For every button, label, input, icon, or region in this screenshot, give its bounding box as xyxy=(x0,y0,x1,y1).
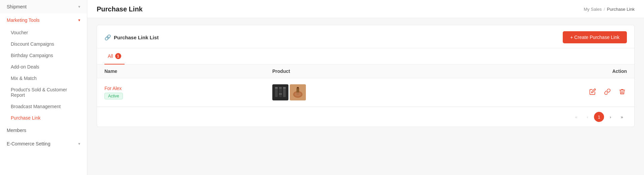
svg-rect-4 xyxy=(279,87,282,89)
svg-rect-2 xyxy=(275,87,278,89)
svg-text:●●●: ●●● xyxy=(279,93,282,95)
svg-rect-12 xyxy=(297,87,299,88)
chevron-down-icon: ▾ xyxy=(78,4,80,9)
tab-all-badge: 1 xyxy=(115,53,121,59)
svg-point-13 xyxy=(294,92,301,96)
row-name-cell: For Alex Active xyxy=(104,86,272,99)
status-badge: Active xyxy=(104,93,123,99)
card-title-text: Purchase Link List xyxy=(114,35,158,40)
create-purchase-link-button[interactable]: + Create Purchase Link xyxy=(563,31,627,43)
chevron-down-icon: ▾ xyxy=(78,141,80,146)
content-area: 🔗 Purchase Link List + Create Purchase L… xyxy=(87,18,644,134)
pagination-prev[interactable]: ‹ xyxy=(583,112,593,122)
col-header-name: Name xyxy=(104,69,272,74)
page-header: Purchase Link My Sales / Purchase Link xyxy=(87,0,644,18)
sidebar-item-purchase-link[interactable]: Purchase Link xyxy=(0,112,87,124)
pagination: « ‹ 1 › » xyxy=(97,107,634,127)
product-image-1: ●●● xyxy=(272,84,288,100)
sidebar-item-label: E-Commerce Setting xyxy=(7,141,50,146)
card-header: 🔗 Purchase Link List + Create Purchase L… xyxy=(97,25,634,48)
sidebar-item-members[interactable]: Members xyxy=(0,124,87,137)
delete-button[interactable] xyxy=(617,87,627,98)
sidebar-item-discount-campaigns[interactable]: Discount Campaigns xyxy=(0,38,87,50)
pagination-next[interactable]: › xyxy=(605,112,615,122)
link-icon: 🔗 xyxy=(104,34,111,41)
sidebar-item-label: Marketing Tools xyxy=(7,17,40,23)
breadcrumb-parent[interactable]: My Sales xyxy=(584,7,602,12)
marketing-tools-submenu: Voucher Discount Campaigns Birthday Camp… xyxy=(0,27,87,124)
purchase-link-card: 🔗 Purchase Link List + Create Purchase L… xyxy=(97,25,635,127)
pagination-last[interactable]: » xyxy=(617,112,627,122)
tab-all[interactable]: All 1 xyxy=(104,48,125,64)
sidebar-item-label: Shipment xyxy=(7,4,27,9)
pagination-current[interactable]: 1 xyxy=(594,112,604,122)
col-header-product: Product xyxy=(272,69,560,74)
sidebar: Shipment ▾ Marketing Tools ▾ Voucher Dis… xyxy=(0,0,87,175)
sidebar-item-birthday-campaigns[interactable]: Birthday Campaigns xyxy=(0,50,87,61)
svg-rect-1 xyxy=(275,88,278,97)
tab-all-label: All xyxy=(108,53,113,59)
copy-link-button[interactable] xyxy=(603,87,612,98)
svg-rect-5 xyxy=(283,88,286,97)
page-title: Purchase Link xyxy=(97,5,143,13)
sidebar-item-marketing-tools[interactable]: Marketing Tools ▾ xyxy=(0,13,87,27)
svg-rect-6 xyxy=(283,87,286,89)
product-image-2 xyxy=(290,84,306,100)
chevron-up-icon: ▾ xyxy=(78,18,80,23)
edit-button[interactable] xyxy=(588,87,597,98)
sidebar-item-mix-and-match[interactable]: Mix & Match xyxy=(0,73,87,84)
sidebar-item-broadcast-management[interactable]: Broadcast Management xyxy=(0,101,87,112)
product-images-cell: ●●● xyxy=(272,84,560,100)
breadcrumb-separator: / xyxy=(604,7,605,12)
tabs: All 1 xyxy=(97,48,634,64)
action-icons-cell xyxy=(560,87,627,98)
pagination-first[interactable]: « xyxy=(571,112,581,122)
sidebar-item-addon-deals[interactable]: Add-on Deals xyxy=(0,61,87,73)
main-content: Purchase Link My Sales / Purchase Link 🔗… xyxy=(87,0,644,175)
card-title: 🔗 Purchase Link List xyxy=(104,34,158,41)
table-row: For Alex Active xyxy=(97,78,634,107)
sidebar-item-products-sold-customer-report[interactable]: Product's Sold & Customer Report xyxy=(0,84,87,101)
purchase-link-name[interactable]: For Alex xyxy=(104,86,272,91)
col-header-action: Action xyxy=(560,69,627,74)
sidebar-item-shipment[interactable]: Shipment ▾ xyxy=(0,0,87,13)
breadcrumb: My Sales / Purchase Link xyxy=(584,7,635,12)
sidebar-item-ecommerce-setting[interactable]: E-Commerce Setting ▾ xyxy=(0,137,87,150)
svg-rect-3 xyxy=(279,88,282,97)
breadcrumb-current: Purchase Link xyxy=(607,7,635,12)
sidebar-item-label: Members xyxy=(7,128,26,133)
table-header: Name Product Action xyxy=(97,64,634,78)
sidebar-item-voucher[interactable]: Voucher xyxy=(0,27,87,38)
